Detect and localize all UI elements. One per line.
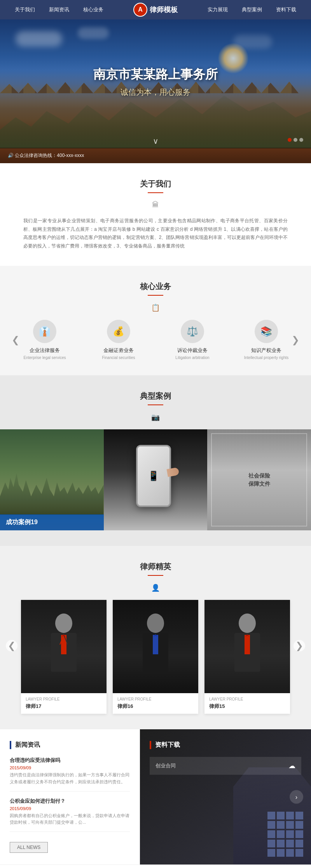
case-label-1: 成功案例19: [0, 514, 104, 530]
service-name-1: 企业法律服务: [16, 347, 74, 354]
lawyer-name-3: 律师15: [209, 703, 285, 710]
svg-rect-8: [153, 635, 158, 654]
logo-icon: A: [133, 3, 147, 17]
cases-icon: 📷: [0, 413, 311, 422]
service-name-en-4: Intellectual property rights: [237, 356, 295, 360]
lawyers-grid: ❮ LAWYER PROFILE 律师17: [8, 600, 303, 714]
download-item-name-1: 创业合同: [156, 762, 176, 769]
service-name-2: 金融证劵业务: [89, 347, 148, 354]
service-icon-2: 💰: [107, 320, 130, 343]
case-item-2[interactable]: 📱: [104, 429, 208, 530]
download-next-arrow[interactable]: ›: [290, 790, 303, 804]
header-nav-right: 实力展现 典型案例 资料下载: [204, 4, 299, 15]
site-logo: A 律师模板: [133, 3, 178, 17]
download-header: 资料下载: [150, 741, 301, 749]
lawyer-silhouette-2: [138, 608, 173, 685]
news-item-2[interactable]: 公积金应如何进行划付？ 2015/09/09 因购房者都有自己的公积金账户，一般…: [10, 798, 130, 832]
lawyers-section: 律师精英 👤 ❮ LAWYER PROFILE 律师17: [0, 546, 311, 729]
news-section: 新闻资讯 合理违约应受法律保吗 2015/09/09 违约责任是由法律保障强制执…: [0, 729, 140, 864]
news-title-2: 公积金应如何进行划付？: [10, 798, 130, 805]
news-item-1[interactable]: 合理违约应受法律保吗 2015/09/09 违约责任是由法律保障强制执行的，如果…: [10, 757, 130, 791]
svg-rect-2: [61, 635, 66, 654]
hero-dot-2[interactable]: [294, 138, 297, 142]
download-header-title: 资料下载: [155, 741, 180, 748]
hero-text: 南京市某某路上事务所 诚信为本，用心服务: [0, 66, 311, 98]
nav-strength[interactable]: 实力展现: [204, 4, 231, 15]
case-social-text: 社会保险保障文件: [248, 472, 270, 488]
hero-section: 南京市某某路上事务所 诚信为本，用心服务 ∨ 🔊 公众法律咨询热线：400-xx…: [0, 19, 311, 163]
about-section: 关于我们 🏛 我们是一家专业从事企业营销策划、电子商务运营服务的公司，主要业务包…: [0, 163, 311, 266]
lawyers-next-arrow[interactable]: ❯: [294, 640, 305, 652]
hero-announce-text: 🔊 公众法律咨询热线：400-xxx-xxxx: [8, 152, 84, 159]
lawyer-silhouette-3: [230, 608, 265, 685]
hero-subtitle: 诚信为本，用心服务: [0, 87, 311, 98]
news-header: 新闻资讯: [10, 741, 130, 749]
case-social-ins: 社会保险保障文件: [207, 429, 311, 530]
hero-title: 南京市某某路上事务所: [0, 66, 311, 83]
nav-cases[interactable]: 典型案例: [239, 4, 265, 15]
nav-services[interactable]: 核心业务: [80, 4, 107, 15]
about-divider: [148, 192, 163, 193]
lawyer-name-1: 律师17: [26, 703, 102, 710]
service-item-4[interactable]: 📚 知识产权业务 Intellectual property rights: [237, 320, 295, 360]
lawyer-photo-1: [21, 600, 107, 693]
services-section: 核心业务 📋 ❮ 👔 企业法律服务 Enterprise legal servi…: [0, 266, 311, 375]
services-icon: 📋: [12, 303, 299, 312]
header: 关于我们 新闻资讯 核心业务 A 律师模板 实力展现 典型案例 资料下载: [0, 0, 311, 19]
nav-about[interactable]: 关于我们: [12, 4, 38, 15]
service-item-3[interactable]: ⚖️ 诉讼仲裁业务 Litigation arbitration: [163, 320, 222, 360]
hero-dots: [288, 138, 303, 142]
download-section: 资料下载 创业合同 ☁ ›: [140, 729, 311, 864]
services-next-arrow[interactable]: ❯: [292, 335, 299, 345]
services-grid: ❮ 👔 企业法律服务 Enterprise legal services 💰 金…: [12, 320, 299, 360]
nav-download[interactable]: 资料下载: [273, 4, 299, 15]
footer-logo-bar: A 律师模板 联系我们: [0, 865, 311, 868]
lawyer-photo-3: [204, 600, 290, 693]
case-item-1[interactable]: 成功案例19: [0, 429, 104, 530]
lawyers-divider: [148, 575, 163, 576]
download-item-1[interactable]: 创业合同 ☁: [150, 757, 301, 775]
service-name-en-1: Enterprise legal services: [16, 356, 74, 360]
svg-rect-12: [245, 635, 250, 654]
news-header-title: 新闻资讯: [15, 741, 40, 749]
case-item-3[interactable]: 社会保险保障文件: [207, 429, 311, 530]
lawyers-prev-arrow[interactable]: ❮: [6, 640, 17, 652]
svg-point-6: [147, 614, 164, 633]
about-text: 我们是一家专业从事企业营销策划、电子商务运营服务的公司，主要业务包含精品网站制作…: [23, 217, 288, 250]
lawyer-info-2: LAWYER PROFILE 律师16: [113, 693, 198, 714]
download-cloud-icon: ☁: [288, 762, 295, 770]
services-prev-arrow[interactable]: ❮: [12, 335, 19, 345]
hero-bottom-bar: 🔊 公众法律咨询热线：400-xxx-xxxx: [0, 148, 311, 163]
news-date-2: 2015/09/09: [10, 806, 130, 811]
hero-dot-3[interactable]: [299, 138, 303, 142]
about-title: 关于我们: [23, 179, 288, 189]
service-item-2[interactable]: 💰 金融证劵业务 Financial securities: [89, 320, 148, 360]
lawyer-silhouette-1: [46, 608, 81, 685]
service-name-4: 知识产权业务: [237, 347, 295, 354]
lawyer-card-2[interactable]: LAWYER PROFILE 律师16: [113, 600, 198, 714]
service-name-3: 诉讼仲裁业务: [163, 347, 222, 354]
hero-chevron-icon[interactable]: ∨: [153, 136, 159, 146]
lawyer-name-2: 律师16: [117, 703, 194, 710]
news-title-1: 合理违约应受法律保吗: [10, 757, 130, 764]
svg-point-10: [239, 614, 256, 633]
lawyer-info-3: LAWYER PROFILE 律师15: [204, 693, 290, 714]
lawyer-card-3[interactable]: LAWYER PROFILE 律师15: [204, 600, 290, 714]
news-date-1: 2015/09/09: [10, 765, 130, 770]
service-name-en-3: Litigation arbitration: [163, 356, 222, 360]
news-all-btn[interactable]: ALL NEWS: [10, 842, 48, 853]
lawyers-icon: 👤: [8, 584, 303, 592]
lawyers-title: 律师精英: [8, 561, 303, 572]
nav-news[interactable]: 新闻资讯: [46, 4, 72, 15]
service-icon-3: ⚖️: [181, 320, 204, 343]
cases-section: 典型案例 📷 成功案例19 📱 社会保险保障文件: [0, 375, 311, 546]
lawyer-card-1[interactable]: LAWYER PROFILE 律师17: [21, 600, 107, 714]
header-nav-left: 关于我们 新闻资讯 核心业务: [12, 4, 107, 15]
hero-dot-1[interactable]: [288, 138, 292, 142]
services-title: 核心业务: [12, 281, 299, 292]
lawyer-label-2: LAWYER PROFILE: [117, 697, 194, 701]
service-item-1[interactable]: 👔 企业法律服务 Enterprise legal services: [16, 320, 74, 360]
services-divider: [148, 295, 163, 296]
bottom-section: 新闻资讯 合理违约应受法律保吗 2015/09/09 违约责任是由法律保障强制执…: [0, 729, 311, 864]
lawyer-label-3: LAWYER PROFILE: [209, 697, 285, 701]
